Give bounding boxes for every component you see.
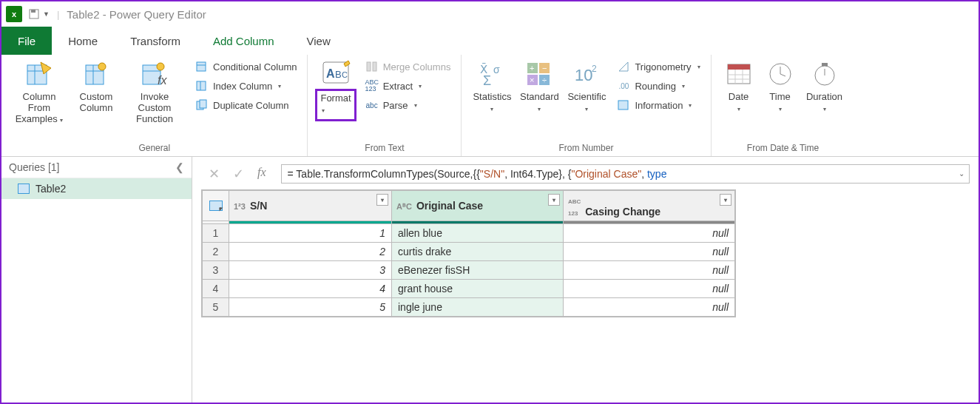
svg-text:Σ: Σ [483, 73, 491, 87]
excel-icon: x [6, 6, 22, 22]
conditional-column-button[interactable]: Conditional Column [192, 58, 300, 75]
duration-label: Duration [806, 91, 842, 102]
format-label: Format [320, 92, 351, 104]
parse-button[interactable]: abc Parse ▾ [362, 96, 454, 114]
ribbon: Column From Examples ▾ Custom Column fx … [1, 55, 979, 157]
custom-column-icon [81, 59, 111, 89]
formula-input[interactable]: = Table.TransformColumnTypes(Source,{{"S… [281, 164, 970, 184]
rounding-label: Rounding [635, 81, 676, 92]
scientific-icon: 102 [572, 59, 601, 89]
standard-label: Standard [520, 91, 559, 102]
merge-columns-icon [365, 60, 379, 73]
cell-casing-change[interactable]: null [564, 261, 735, 280]
tab-transform[interactable]: Transform [114, 27, 197, 55]
date-button[interactable]: Date▾ [719, 58, 759, 115]
svg-text:2: 2 [592, 64, 597, 74]
svg-rect-1 [31, 10, 36, 13]
data-grid[interactable]: 1²3S/N▾ AᴮCOriginal Case▾ ABC123 Casing … [201, 189, 736, 317]
svg-text:B: B [335, 69, 342, 80]
information-button[interactable]: Information ▾ [614, 96, 703, 114]
dropdown-caret-icon: ▾ [689, 102, 692, 109]
collapse-icon[interactable]: ❮ [175, 161, 184, 173]
commit-formula-icon[interactable]: ✓ [233, 166, 244, 182]
tab-view[interactable]: View [291, 27, 347, 55]
table-row[interactable]: 22curtis drakenull [203, 243, 735, 261]
cell-original-case[interactable]: eBenezer fisSH [392, 261, 564, 280]
table-options-button[interactable] [203, 191, 229, 221]
cell-casing-change[interactable]: null [564, 224, 735, 243]
table-row[interactable]: 11allen bluenull [203, 224, 735, 243]
svg-text:10: 10 [575, 66, 592, 84]
cell-sn[interactable]: 3 [229, 261, 392, 280]
table-row[interactable]: 55ingle junenull [203, 298, 735, 317]
cell-sn[interactable]: 4 [229, 280, 392, 298]
cell-original-case[interactable]: curtis drake [392, 243, 564, 261]
table-row[interactable]: 33eBenezer fisSHnull [203, 261, 735, 280]
qat-save-icon[interactable] [28, 8, 40, 20]
cell-casing-change[interactable]: null [564, 243, 735, 261]
duplicate-column-button[interactable]: Duplicate Column [192, 96, 300, 114]
custom-column-button[interactable]: Custom Column [71, 58, 121, 115]
duplicate-column-icon [195, 98, 209, 112]
column-header-sn[interactable]: 1²3S/N▾ [229, 191, 392, 221]
invoke-custom-function-icon: fx [140, 59, 169, 89]
cell-original-case[interactable]: ingle june [392, 298, 564, 317]
queries-header[interactable]: Queries [1] ❮ [1, 157, 192, 178]
row-index[interactable]: 5 [203, 298, 229, 317]
svg-text:+: + [530, 64, 534, 73]
column-header-label: S/N [250, 200, 267, 212]
ribbon-group-from-number: X̄σΣ Statistics▾ +−×÷ Standard▾ 102 Scie… [462, 55, 711, 156]
rounding-button[interactable]: .00 Rounding ▾ [614, 77, 703, 95]
scientific-button[interactable]: 102 Scientific▾ [564, 58, 609, 115]
svg-rect-24 [367, 62, 371, 71]
duration-icon [810, 59, 839, 89]
duration-button[interactable]: Duration▾ [802, 58, 848, 115]
ribbon-group-general-label: General [138, 143, 170, 155]
date-icon [724, 59, 754, 89]
svg-rect-14 [197, 62, 206, 71]
tab-file[interactable]: File [1, 27, 52, 55]
statistics-button[interactable]: X̄σΣ Statistics▾ [469, 58, 515, 115]
filter-icon[interactable]: ▾ [548, 194, 560, 206]
cell-casing-change[interactable]: null [564, 298, 735, 317]
trigonometry-button[interactable]: Trigonometry ▾ [614, 58, 703, 75]
formula-expand-icon[interactable]: ⌄ [959, 169, 964, 178]
dropdown-caret-icon: ▾ [419, 83, 422, 90]
tab-add-column[interactable]: Add Column [197, 27, 291, 55]
conditional-column-icon [195, 60, 209, 73]
row-index[interactable]: 4 [203, 280, 229, 298]
cell-original-case[interactable]: allen blue [392, 224, 564, 243]
time-button[interactable]: Time▾ [760, 58, 800, 115]
window-title: Table2 - Power Query Editor [67, 8, 206, 21]
column-header-casing-change[interactable]: ABC123 Casing Change▾ [564, 191, 735, 221]
row-index[interactable]: 2 [203, 243, 229, 261]
column-from-examples-button[interactable]: Column From Examples ▾ [9, 58, 70, 127]
svg-text:fx: fx [158, 74, 167, 87]
filter-icon[interactable]: ▾ [376, 194, 388, 206]
time-icon [766, 59, 795, 89]
format-button[interactable]: Format ▾ [315, 89, 356, 121]
svg-text:C: C [342, 70, 348, 79]
filter-icon[interactable]: ▾ [720, 194, 731, 206]
svg-point-9 [98, 63, 106, 70]
fx-icon[interactable]: fx [257, 166, 266, 182]
cell-sn[interactable]: 2 [229, 243, 392, 261]
extract-button[interactable]: ABC123 Extract ▾ [362, 77, 454, 95]
row-index[interactable]: 3 [203, 261, 229, 280]
qat-dropdown-icon[interactable]: ▼ [43, 10, 50, 18]
standard-button[interactable]: +−×÷ Standard▾ [516, 58, 562, 115]
body: Queries [1] ❮ Table2 ✕ ✓ fx = Table.Tran… [1, 157, 979, 403]
cell-sn[interactable]: 5 [229, 298, 392, 317]
column-header-original-case[interactable]: AᴮCOriginal Case▾ [392, 191, 564, 221]
index-column-button[interactable]: Index Column ▾ [192, 77, 300, 95]
tab-home[interactable]: Home [52, 27, 114, 55]
row-index[interactable]: 1 [203, 224, 229, 243]
cell-sn[interactable]: 1 [229, 224, 392, 243]
cell-original-case[interactable]: grant house [392, 280, 564, 298]
cell-casing-change[interactable]: null [564, 280, 735, 298]
table-row[interactable]: 44grant housenull [203, 280, 735, 298]
cancel-formula-icon[interactable]: ✕ [209, 166, 220, 182]
queries-item-table2[interactable]: Table2 [1, 178, 192, 199]
invoke-custom-function-button[interactable]: fx Invoke Custom Function [123, 58, 186, 127]
merge-columns-button[interactable]: Merge Columns [362, 58, 454, 75]
